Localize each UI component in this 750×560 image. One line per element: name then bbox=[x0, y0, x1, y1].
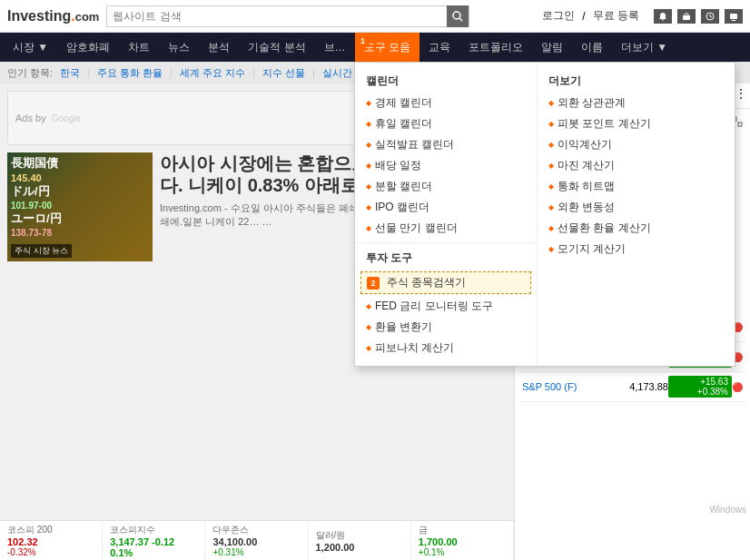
nav-alert[interactable]: 알림 bbox=[532, 33, 572, 62]
bullet-icon: ◆ bbox=[366, 162, 371, 170]
subnav-currency[interactable]: 주요 통화 환율 bbox=[97, 66, 163, 80]
search-button[interactable] bbox=[447, 5, 469, 27]
notification-icon[interactable] bbox=[654, 9, 672, 24]
dropdown-col1: 캘린더 ◆경제 캘린더 ◆휴일 캘린더 ◆실적발표 캘린더 ◆배당 일정 ◆분할… bbox=[355, 63, 537, 366]
dropdown-split-calendar[interactable]: ◆분할 캘린더 bbox=[355, 176, 537, 197]
auth-icons bbox=[654, 9, 743, 24]
search-bar bbox=[106, 5, 469, 27]
bullet-icon: ◆ bbox=[366, 120, 371, 128]
dropdown-fibonacci[interactable]: ◆피보나치 계산기 bbox=[355, 338, 537, 359]
svg-rect-8 bbox=[732, 20, 735, 21]
ticker-gold: 금 1,700.00 +0.1% bbox=[411, 521, 514, 560]
news-tag: 주식 시장 뉴스 bbox=[11, 244, 72, 258]
bullet-icon: ◆ bbox=[548, 141, 554, 149]
dropdown-tools-title: 투자 도구 bbox=[355, 247, 537, 270]
screener-badge: 2 bbox=[367, 277, 380, 290]
tv-icon[interactable] bbox=[725, 9, 743, 24]
subnav-korea[interactable]: 한국 bbox=[60, 66, 80, 80]
register-link[interactable]: 무료 등록 bbox=[593, 8, 639, 24]
subnav-index-futures[interactable]: 지수 선물 bbox=[262, 66, 305, 80]
dropdown-earnings-calendar[interactable]: ◆실적발표 캘린더 bbox=[355, 134, 537, 155]
ticker-kospi: 코스피지수 3,147.37 -0.12 0.1% bbox=[103, 521, 205, 560]
stock-name: S&P 500 (F) bbox=[522, 381, 614, 392]
bullet-icon: ◆ bbox=[366, 141, 371, 149]
nav-tech-analysis[interactable]: 기술적 분석 bbox=[239, 33, 314, 62]
bullet-icon: ◆ bbox=[548, 224, 554, 232]
news-img-overlay: 長期国債 145.40 ドル/円 101.97-00 ユーロ/円 138.73-… bbox=[11, 156, 149, 239]
nav-crypto[interactable]: 암호화폐 bbox=[57, 33, 119, 62]
ticker-usdkrw: 달러/원 1,200.00 bbox=[309, 521, 411, 560]
dropdown-pivot-calc[interactable]: ◆피봇 포인트 계산기 bbox=[538, 113, 718, 134]
dropdown-profit-calc[interactable]: ◆이익계산기 bbox=[538, 134, 718, 155]
subnav-label: 인기 항목: bbox=[7, 66, 53, 80]
search-input[interactable] bbox=[107, 6, 447, 26]
nav-news[interactable]: 뉴스 bbox=[159, 33, 199, 62]
dropdown-stock-screener[interactable]: 2주식 종목검색기 bbox=[360, 271, 531, 294]
nav-bar: 시장 ▼ 암호화폐 차트 뉴스 분석 기술적 분석 브… 1 도구 모음 교육 … bbox=[0, 33, 750, 62]
nav-chart[interactable]: 차트 bbox=[119, 33, 159, 62]
tools-badge: 1 bbox=[357, 34, 370, 47]
dropdown-fx-volatility[interactable]: ◆외환 변동성 bbox=[538, 197, 718, 218]
dropdown-divider bbox=[355, 242, 537, 243]
nav-portfolio[interactable]: 포트폴리오 bbox=[459, 33, 532, 62]
bullet-icon: ◆ bbox=[548, 245, 554, 253]
dropdown-forward-rate[interactable]: ◆선물환 환율 계산기 bbox=[538, 218, 718, 239]
dropdown-col2: 더보기 ◆외환 상관관계 ◆피봇 포인트 계산기 ◆이익계산기 ◆마진 계산기 … bbox=[537, 63, 718, 366]
site-logo: Investing.com bbox=[7, 8, 99, 25]
svg-line-1 bbox=[459, 18, 462, 21]
ticker-kospi200: 코스피 200 102.32 -0.32% bbox=[0, 521, 103, 560]
bullet-icon: ◆ bbox=[548, 99, 554, 107]
ad-label: Ads by bbox=[15, 113, 46, 123]
auth-links: 로그인 / 무료 등록 bbox=[542, 8, 743, 24]
bullet-icon: ◆ bbox=[366, 344, 371, 352]
dropdown-dividend-schedule[interactable]: ◆배당 일정 bbox=[355, 155, 537, 176]
login-link[interactable]: 로그인 bbox=[542, 8, 575, 24]
svg-rect-10 bbox=[738, 123, 742, 126]
dropdown-fx-correlation[interactable]: ◆외환 상관관계 bbox=[538, 93, 718, 113]
nav-name[interactable]: 이름 bbox=[572, 33, 612, 62]
windows-watermark: Windows bbox=[709, 505, 746, 515]
svg-line-6 bbox=[710, 16, 712, 17]
bullet-icon: ◆ bbox=[366, 203, 371, 211]
top-bar: Investing.com 로그인 / 무료 등록 bbox=[0, 0, 750, 33]
dropdown-more-title: 더보기 bbox=[538, 70, 718, 93]
bullet-icon: ◆ bbox=[548, 120, 554, 128]
stock-row-sp500f[interactable]: S&P 500 (F) 4,173.88 +15.63 +0.38% 🔴 bbox=[518, 372, 746, 402]
nav-brokers[interactable]: 브… bbox=[315, 33, 355, 62]
dropdown-mortgage-calc[interactable]: ◆모기지 계산기 bbox=[538, 239, 718, 260]
svg-rect-2 bbox=[662, 19, 664, 20]
stock-indicator: 🔴 bbox=[732, 382, 743, 392]
dropdown-econ-calendar[interactable]: ◆경제 캘린더 bbox=[355, 93, 537, 113]
dropdown-currency-converter[interactable]: ◆환율 변환기 bbox=[355, 317, 537, 338]
bullet-icon: ◆ bbox=[366, 302, 371, 310]
nav-more[interactable]: 더보기 ▼ bbox=[612, 33, 676, 62]
ticker-dow: 다우존스 34,100.00 +0.31% bbox=[205, 521, 308, 560]
bullet-icon: ◆ bbox=[366, 323, 371, 331]
stock-change: +15.63 +0.38% bbox=[668, 376, 732, 398]
bottom-ticker: 코스피 200 102.32 -0.32% 코스피지수 3,147.37 -0.… bbox=[0, 520, 514, 560]
bullet-icon: ◆ bbox=[548, 182, 554, 191]
svg-rect-3 bbox=[683, 15, 690, 20]
dropdown-fed-monitor[interactable]: ◆FED 금리 모니터링 도구 bbox=[355, 296, 537, 317]
bullet-icon: ◆ bbox=[366, 99, 371, 107]
tools-dropdown: 캘린더 ◆경제 캘린더 ◆휴일 캘린더 ◆실적발표 캘린더 ◆배당 일정 ◆분할… bbox=[354, 62, 735, 367]
svg-point-0 bbox=[453, 12, 460, 19]
bullet-icon: ◆ bbox=[366, 224, 371, 232]
nav-market[interactable]: 시장 ▼ bbox=[4, 33, 57, 62]
clock-icon[interactable] bbox=[701, 9, 719, 24]
dropdown-futures-expiry[interactable]: ◆선물 만기 캘린더 bbox=[355, 218, 537, 239]
bullet-icon: ◆ bbox=[548, 162, 554, 170]
nav-education[interactable]: 교육 bbox=[419, 33, 459, 62]
bullet-icon: ◆ bbox=[366, 182, 371, 191]
nav-tools[interactable]: 1 도구 모음 bbox=[355, 33, 419, 62]
dropdown-ipo-calendar[interactable]: ◆IPO 캘린더 bbox=[355, 197, 537, 218]
dropdown-margin-calc[interactable]: ◆마진 계산기 bbox=[538, 155, 718, 176]
dropdown-holiday-calendar[interactable]: ◆휴일 캘린더 bbox=[355, 113, 537, 134]
nav-analysis[interactable]: 분석 bbox=[199, 33, 239, 62]
stock-value: 4,173.88 bbox=[614, 381, 668, 392]
dropdown-currency-heatmap[interactable]: ◆통화 히트맵 bbox=[538, 176, 718, 197]
subnav-world-index[interactable]: 세계 주요 지수 bbox=[180, 66, 245, 80]
svg-rect-7 bbox=[730, 14, 737, 19]
news-image: 長期国債 145.40 ドル/円 101.97-00 ユーロ/円 138.73-… bbox=[7, 152, 153, 261]
briefcase-icon[interactable] bbox=[677, 9, 696, 24]
